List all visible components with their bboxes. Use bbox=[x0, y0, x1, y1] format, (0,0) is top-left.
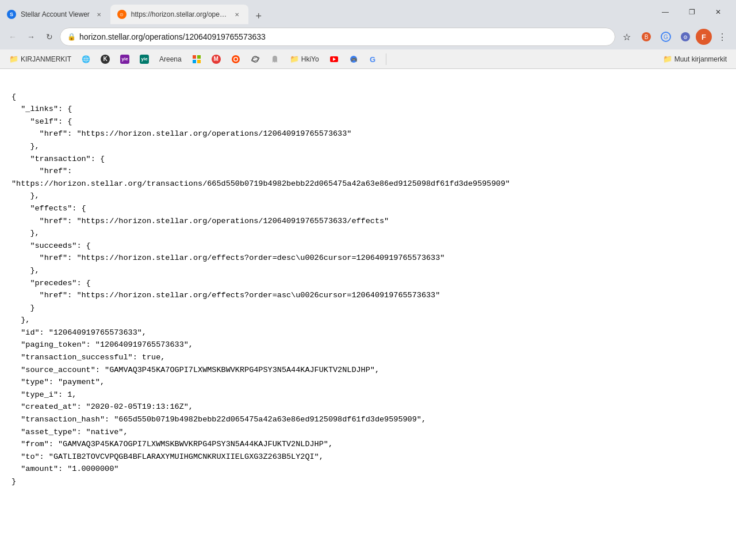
bookmark-areena[interactable]: Areena bbox=[155, 54, 186, 64]
google-icon-btn[interactable]: G bbox=[657, 28, 675, 46]
game-icon: 🎮 bbox=[349, 55, 358, 64]
svg-point-14 bbox=[251, 56, 259, 62]
stellar-favicon: S bbox=[7, 10, 16, 19]
new-tab-button[interactable]: + bbox=[251, 8, 267, 24]
svg-text:⚙: ⚙ bbox=[683, 34, 688, 40]
profile-button[interactable]: F bbox=[696, 29, 712, 45]
tab-stellar-close[interactable]: ✕ bbox=[94, 10, 103, 19]
bookmark-yle2[interactable]: yle bbox=[135, 53, 154, 65]
tab-stellar[interactable]: S Stellar Account Viewer ✕ bbox=[0, 5, 110, 24]
back-button[interactable]: ← bbox=[5, 29, 21, 45]
bookmark-ghost[interactable] bbox=[266, 53, 284, 65]
saturn-icon bbox=[251, 55, 260, 64]
bookmark-youtube[interactable] bbox=[325, 53, 343, 65]
address-box[interactable]: 🔒 horizon.stellar.org/operations/1206409… bbox=[60, 28, 615, 46]
maximize-button[interactable]: ❐ bbox=[678, 0, 705, 24]
extension-icon: ⚙ bbox=[680, 32, 691, 42]
tab-horizon[interactable]: ⊙ https://horizon.stellar.org/operat ✕ bbox=[110, 5, 248, 24]
google-icon: G bbox=[661, 32, 671, 42]
gmail-favicon: M bbox=[212, 55, 221, 64]
svg-text:🎮: 🎮 bbox=[350, 56, 357, 63]
metro-icon bbox=[192, 55, 201, 64]
address-text: horizon.stellar.org/operations/120640919… bbox=[79, 32, 266, 41]
youtube-icon bbox=[329, 55, 339, 64]
brave-icon-btn[interactable]: B bbox=[637, 28, 656, 46]
areena-label: Areena bbox=[159, 55, 182, 63]
more-bookmarks-folder-icon: 📁 bbox=[663, 55, 672, 63]
folder-icon: 📁 bbox=[9, 55, 18, 63]
svg-rect-8 bbox=[193, 60, 196, 63]
title-bar: S Stellar Account Viewer ✕ ⊙ https://hor… bbox=[0, 0, 736, 24]
bookmark-folder-kirjanmerkit[interactable]: 📁 KIRJANMERKIT bbox=[5, 53, 76, 64]
tab-horizon-close[interactable]: ✕ bbox=[232, 10, 241, 19]
svg-text:G: G bbox=[370, 55, 375, 64]
svg-rect-6 bbox=[193, 55, 196, 59]
bookmarks-divider bbox=[386, 53, 386, 65]
refresh-button[interactable]: ↻ bbox=[41, 29, 57, 45]
tabs-area: S Stellar Account Viewer ✕ ⊙ https://hor… bbox=[0, 0, 267, 24]
star-button[interactable]: ☆ bbox=[618, 28, 636, 46]
lock-icon: 🔒 bbox=[67, 33, 76, 41]
bookmark-game[interactable]: 🎮 bbox=[344, 53, 363, 65]
yle2-favicon: yle bbox=[140, 55, 149, 64]
svg-rect-7 bbox=[197, 55, 201, 59]
bookmark-stellar[interactable] bbox=[246, 53, 264, 65]
bookmark-gmail[interactable]: M bbox=[207, 53, 225, 65]
globe-icon: 🌐 bbox=[82, 55, 90, 63]
svg-rect-9 bbox=[197, 60, 201, 63]
bookmark-metro[interactable] bbox=[187, 53, 206, 65]
bookmark-hkiyo[interactable]: 📁 HkiYo bbox=[285, 53, 324, 64]
horizon-favicon: ⊙ bbox=[117, 10, 126, 19]
bookmark-reddit[interactable] bbox=[227, 53, 245, 65]
hkiyo-folder-icon: 📁 bbox=[290, 55, 299, 63]
window-controls: — ❐ ✕ bbox=[652, 0, 736, 24]
hkiyo-label: HkiYo bbox=[301, 55, 319, 63]
tab-horizon-title: https://horizon.stellar.org/operat bbox=[131, 10, 228, 18]
menu-button[interactable]: ⋮ bbox=[713, 28, 731, 46]
brave-icon: B bbox=[641, 32, 651, 42]
forward-button[interactable]: → bbox=[23, 29, 39, 45]
bookmark-k[interactable]: K bbox=[96, 53, 114, 65]
browser-toolbar-icons: ☆ B G ⚙ bbox=[618, 28, 731, 46]
svg-text:B: B bbox=[645, 34, 649, 40]
json-line-1: { "_links": { "self": { "href": "https:/… bbox=[12, 93, 510, 486]
svg-point-12 bbox=[234, 57, 237, 60]
page-content: { "_links": { "self": { "href": "https:/… bbox=[0, 69, 736, 560]
bookmark-yle1[interactable]: yle bbox=[116, 53, 134, 65]
bookmarks-label: KIRJANMERKIT bbox=[21, 55, 71, 63]
bookmarks-more: 📁 Muut kirjanmerkit bbox=[658, 53, 731, 64]
k-favicon: K bbox=[101, 55, 110, 64]
yle1-favicon: yle bbox=[120, 55, 129, 64]
bookmarks-bar: 📁 KIRJANMERKIT 🌐 K yle yle Areena bbox=[0, 49, 736, 69]
bookmark-globe[interactable]: 🌐 bbox=[77, 54, 95, 64]
more-bookmarks-label: Muut kirjanmerkit bbox=[674, 55, 727, 63]
tab-stellar-title: Stellar Account Viewer bbox=[21, 10, 90, 18]
star-icon: ☆ bbox=[623, 32, 631, 43]
more-bookmarks-button[interactable]: 📁 Muut kirjanmerkit bbox=[658, 53, 731, 64]
svg-text:G: G bbox=[664, 34, 668, 40]
bookmark-google[interactable]: G bbox=[364, 53, 382, 65]
google-bm-icon: G bbox=[369, 55, 378, 64]
close-button[interactable]: ✕ bbox=[705, 0, 731, 24]
ghost-icon bbox=[270, 55, 279, 64]
minimize-button[interactable]: — bbox=[652, 0, 678, 24]
extension-icon-btn[interactable]: ⚙ bbox=[676, 28, 695, 46]
address-bar-row: ← → ↻ 🔒 horizon.stellar.org/operations/1… bbox=[0, 24, 736, 49]
browser-chrome: S Stellar Account Viewer ✕ ⊙ https://hor… bbox=[0, 0, 736, 69]
reddit-icon bbox=[231, 55, 240, 64]
